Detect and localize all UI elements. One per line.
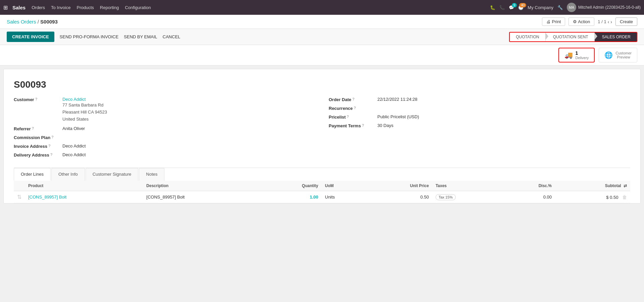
customer-preview-btn-text: CustomerPreview bbox=[615, 51, 632, 59]
delivery-smart-button[interactable]: 🚚 1 Delivery bbox=[558, 48, 595, 62]
app-grid-icon[interactable]: ⊞ bbox=[3, 4, 8, 11]
pipeline-step-label: QUOTATION SENT bbox=[553, 35, 588, 39]
order-date-label: Order Date ? bbox=[329, 97, 378, 102]
breadcrumb: Sales Orders / S00093 bbox=[7, 19, 58, 25]
pipeline-step-sales-order[interactable]: SALES ORDER bbox=[595, 33, 637, 41]
invoice-address-value: Deco Addict bbox=[62, 143, 86, 148]
pager-next[interactable]: › bbox=[610, 19, 612, 25]
row-unit-price: 0.50 bbox=[365, 191, 432, 203]
tab-other-info[interactable]: Other Info bbox=[51, 168, 85, 181]
row-quantity[interactable]: 1.00 bbox=[261, 191, 321, 203]
row-delete-icon[interactable]: 🗑 bbox=[622, 195, 627, 200]
tabs-bar: Order Lines Other Info Customer Signatur… bbox=[14, 168, 630, 181]
customer-field-row: Customer ? Deco Addict 77 Santa Barbara … bbox=[14, 97, 315, 123]
commission-label: Commission Plan ? bbox=[14, 135, 62, 140]
customer-value[interactable]: Deco Addict bbox=[62, 97, 107, 102]
breadcrumb-separator: / bbox=[38, 19, 40, 25]
customer-address: 77 Santa Barbara Rd Pleasant Hill CA 945… bbox=[62, 102, 107, 123]
payment-terms-value: 30 Days bbox=[378, 123, 394, 128]
table-row: ⇅ [CONS_89957] Bolt [CONS_89957] Bolt 1.… bbox=[14, 191, 630, 203]
tab-notes[interactable]: Notes bbox=[139, 168, 164, 181]
pager: 1 / 1 ‹ › bbox=[598, 19, 612, 25]
col-discount: Disc.% bbox=[503, 181, 555, 191]
tab-customer-signature[interactable]: Customer Signature bbox=[86, 168, 139, 181]
pipeline-step-sent[interactable]: QUOTATION SENT bbox=[546, 33, 595, 41]
payment-terms-field-row: Payment Terms ? 30 Days bbox=[329, 123, 631, 128]
recurrence-field-row: Recurrence ? bbox=[329, 105, 631, 111]
pager-prev[interactable]: ‹ bbox=[608, 19, 609, 25]
col-product: Product bbox=[25, 181, 143, 191]
recurrence-label: Recurrence ? bbox=[329, 105, 378, 111]
customer-preview-icon: 🌐 bbox=[604, 51, 613, 59]
pager-count: 1 / 1 bbox=[598, 19, 606, 24]
order-date-value: 22/12/2022 11:24:28 bbox=[378, 97, 417, 102]
activity-icon[interactable]: 🕐 40 bbox=[518, 5, 524, 10]
commission-help-icon[interactable]: ? bbox=[51, 135, 54, 139]
send-proforma-button[interactable]: SEND PRO-FORMA INVOICE bbox=[60, 34, 119, 39]
nav-configuration[interactable]: Configuration bbox=[125, 5, 151, 10]
create-invoice-button[interactable]: CREATE INVOICE bbox=[7, 32, 54, 42]
cancel-button[interactable]: CANCEL bbox=[163, 34, 181, 39]
invoice-address-help-icon[interactable]: ? bbox=[48, 144, 51, 148]
tax-badge: Tax 15% bbox=[436, 194, 456, 200]
bug-icon[interactable]: 🐛 bbox=[490, 5, 495, 10]
tab-order-lines[interactable]: Order Lines bbox=[14, 168, 51, 181]
row-subtotal: $ 0.50 🗑 bbox=[555, 191, 630, 203]
row-discount: 0.00 bbox=[503, 191, 555, 203]
status-pipeline: QUOTATION QUOTATION SENT SALES ORDER bbox=[509, 32, 637, 42]
user-avatar: MA bbox=[567, 3, 576, 12]
customer-preview-label: CustomerPreview bbox=[615, 51, 632, 59]
app-name[interactable]: Sales bbox=[12, 5, 26, 10]
customer-help-icon[interactable]: ? bbox=[35, 97, 38, 101]
referrer-field-row: Referrer ? Anita Oliver bbox=[14, 126, 315, 131]
topnav-right-icons: 🐛 📞 💬 9 🕐 40 My Company 🔧 MA Mitchell Ad… bbox=[490, 3, 641, 12]
form-left-col: Customer ? Deco Addict 77 Santa Barbara … bbox=[14, 97, 315, 161]
delivery-count: 1 bbox=[576, 50, 578, 56]
row-handle-icon[interactable]: ⇅ bbox=[17, 194, 21, 200]
chat-badge: 9 bbox=[512, 3, 517, 7]
customer-preview-smart-button[interactable]: 🌐 CustomerPreview bbox=[599, 48, 637, 62]
referrer-value: Anita Oliver bbox=[62, 126, 85, 131]
action-bar: CREATE INVOICE SEND PRO-FORMA INVOICE SE… bbox=[0, 29, 644, 45]
left-actions: CREATE INVOICE SEND PRO-FORMA INVOICE SE… bbox=[7, 32, 180, 42]
action-button[interactable]: ⚙ Action bbox=[568, 17, 594, 26]
user-info[interactable]: MA Mitchell Admin (22083425-16-0-all) bbox=[567, 3, 641, 12]
pipeline-step-quotation[interactable]: QUOTATION bbox=[510, 33, 546, 41]
pricelist-help-icon[interactable]: ? bbox=[347, 115, 349, 119]
delivery-address-label: Delivery Address ? bbox=[14, 152, 62, 158]
commission-field-row: Commission Plan ? bbox=[14, 135, 315, 140]
order-number: S00093 bbox=[14, 79, 630, 90]
payment-terms-help-icon[interactable]: ? bbox=[362, 123, 364, 127]
order-date-help-icon[interactable]: ? bbox=[352, 97, 355, 101]
nav-orders[interactable]: Orders bbox=[32, 5, 45, 10]
row-product[interactable]: [CONS_89957] Bolt bbox=[25, 191, 143, 203]
payment-terms-label: Payment Terms ? bbox=[329, 123, 378, 128]
delivery-label: Delivery bbox=[576, 56, 589, 60]
chat-icon[interactable]: 💬 9 bbox=[509, 5, 514, 10]
nav-reporting[interactable]: Reporting bbox=[100, 5, 119, 10]
col-unit-price: Unit Price bbox=[365, 181, 432, 191]
settings-icon[interactable]: 🔧 bbox=[557, 5, 563, 10]
invoice-address-label: Invoice Address ? bbox=[14, 143, 62, 149]
breadcrumb-parent[interactable]: Sales Orders bbox=[7, 19, 36, 25]
row-description: [CONS_89957] Bolt bbox=[143, 191, 261, 203]
nav-products[interactable]: Products bbox=[77, 5, 94, 10]
referrer-label: Referrer ? bbox=[14, 126, 62, 131]
phone-icon[interactable]: 📞 bbox=[499, 5, 505, 10]
create-button[interactable]: Create bbox=[615, 17, 637, 26]
recurrence-help-icon[interactable]: ? bbox=[354, 106, 356, 110]
invoice-address-field-row: Invoice Address ? Deco Addict bbox=[14, 143, 315, 149]
breadcrumb-actions: 🖨 Print ⚙ Action 1 / 1 ‹ › Create bbox=[542, 17, 637, 26]
pricelist-label: Pricelist ? bbox=[329, 114, 378, 120]
company-name: My Company bbox=[528, 5, 553, 10]
breadcrumb-bar: Sales Orders / S00093 🖨 Print ⚙ Action 1… bbox=[0, 15, 644, 29]
row-uom: Units bbox=[321, 191, 365, 203]
delivery-address-help-icon[interactable]: ? bbox=[50, 153, 53, 157]
send-email-button[interactable]: SEND BY EMAIL bbox=[124, 34, 157, 39]
referrer-help-icon[interactable]: ? bbox=[32, 126, 34, 130]
nav-to-invoice[interactable]: To Invoice bbox=[51, 5, 71, 10]
pipeline-step-label: QUOTATION bbox=[516, 35, 539, 39]
form-fields: Customer ? Deco Addict 77 Santa Barbara … bbox=[14, 97, 630, 161]
subtotal-settings-icon[interactable]: ⇄ bbox=[624, 183, 627, 188]
print-button[interactable]: 🖨 Print bbox=[542, 17, 565, 26]
